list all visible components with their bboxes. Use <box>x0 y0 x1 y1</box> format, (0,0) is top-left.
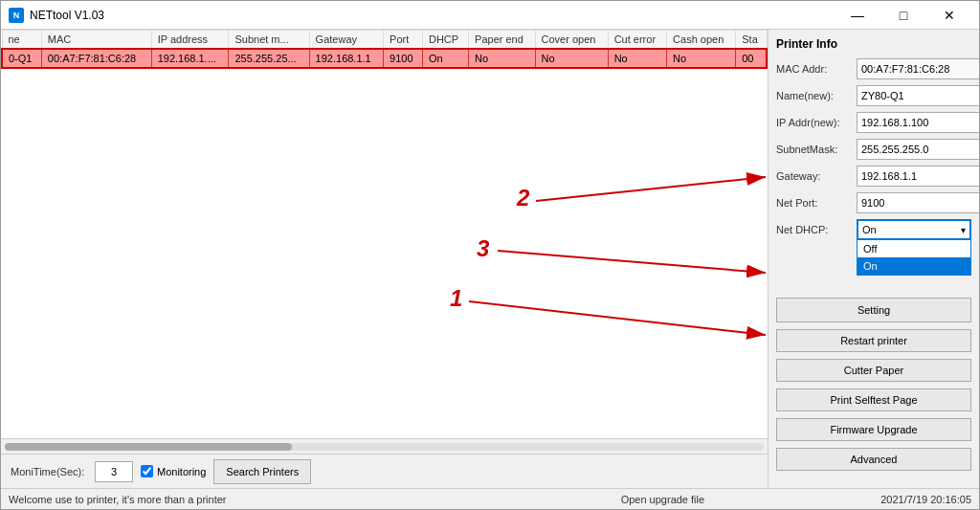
horizontal-scrollbar[interactable] <box>1 438 768 454</box>
status-bar: Welcome use to printer, it's more than a… <box>1 488 979 509</box>
cell-gateway: 192.168.1.1 <box>309 49 383 68</box>
cell-subnet: 255.255.25... <box>229 49 309 68</box>
status-middle: Open upgrade file <box>445 494 881 505</box>
table-row[interactable]: 0-Q1 00:A7:F7:81:C6:28 192.168.1.... 255… <box>2 49 767 68</box>
port-input[interactable] <box>857 192 979 213</box>
col-paper: Paper end <box>469 31 535 50</box>
window-controls: — □ ✕ <box>835 2 971 29</box>
setting-row: Setting <box>776 296 971 322</box>
restart-button[interactable]: Restart printer <box>776 329 971 352</box>
dhcp-option-on[interactable]: On <box>858 257 970 275</box>
port-row: Net Port: <box>776 192 971 213</box>
subnet-label: SubnetMask: <box>776 144 853 155</box>
left-panel: ne MAC IP address Subnet m... Gateway Po… <box>1 30 768 488</box>
name-label: Name(new): <box>776 90 853 101</box>
cell-cash: No <box>667 49 736 68</box>
printer-table: ne MAC IP address Subnet m... Gateway Po… <box>1 30 768 69</box>
main-content: ne MAC IP address Subnet m... Gateway Po… <box>1 30 979 488</box>
printer-info-title: Printer Info <box>776 37 971 51</box>
gateway-row: Gateway: <box>776 166 971 187</box>
cell-ip: 192.168.1.... <box>151 49 229 68</box>
cell-cut: No <box>608 49 666 68</box>
close-button[interactable]: ✕ <box>927 2 971 29</box>
dhcp-dropdown: Off On <box>857 240 971 276</box>
col-dhcp: DHCP <box>422 31 468 50</box>
cell-mac: 00:A7:F7:81:C6:28 <box>41 49 151 68</box>
subnet-row: SubnetMask: <box>776 139 971 160</box>
mac-addr-input <box>857 58 979 79</box>
dhcp-row: Net DHCP: On ▾ Off On <box>776 219 971 240</box>
dhcp-option-off[interactable]: Off <box>858 240 970 257</box>
monitoring-label-text: Monitoring <box>157 466 206 477</box>
dhcp-selected-value: On <box>862 224 961 235</box>
advanced-button[interactable]: Advanced <box>776 448 971 471</box>
gateway-input[interactable] <box>857 166 979 187</box>
col-cash: Cash open <box>667 31 736 50</box>
dhcp-dropdown-arrow[interactable]: ▾ <box>961 225 966 235</box>
name-row: Name(new): <box>776 85 971 106</box>
col-port: Port <box>384 31 423 50</box>
app-icon: N <box>9 8 24 23</box>
printer-table-container[interactable]: ne MAC IP address Subnet m... Gateway Po… <box>1 30 768 438</box>
scrollbar-thumb[interactable] <box>5 443 292 451</box>
name-input[interactable] <box>857 85 979 106</box>
col-status: Sta <box>736 31 767 50</box>
mac-addr-row: MAC Addr: <box>776 58 971 79</box>
selftest-button[interactable]: Print Selftest Page <box>776 388 971 411</box>
cell-name: 0-Q1 <box>2 49 41 68</box>
port-label: Net Port: <box>776 197 853 209</box>
table-header-row: ne MAC IP address Subnet m... Gateway Po… <box>2 31 767 50</box>
main-window: N NETtool V1.03 — □ ✕ ne MAC IP address … <box>0 0 980 510</box>
col-subnet: Subnet m... <box>229 31 309 50</box>
monitoring-checkbox-label: Monitoring <box>141 465 206 477</box>
minimize-button[interactable]: — <box>835 2 880 29</box>
col-ip: IP address <box>151 31 229 50</box>
setting-button[interactable]: Setting <box>776 298 971 322</box>
mac-addr-label: MAC Addr: <box>776 63 853 75</box>
col-mac: MAC <box>41 31 151 50</box>
title-bar: N NETtool V1.03 — □ ✕ <box>1 1 979 30</box>
cell-status: 00 <box>736 49 767 68</box>
window-title: NETtool V1.03 <box>30 9 835 22</box>
scrollbar-track <box>5 443 764 451</box>
ip-input[interactable] <box>857 112 979 133</box>
moni-time-input[interactable] <box>95 461 133 482</box>
bottom-bar: MoniTime(Sec): Monitoring Search Printer… <box>1 454 768 488</box>
cell-cover: No <box>535 49 608 68</box>
col-cover: Cover open <box>535 31 608 50</box>
maximize-button[interactable]: □ <box>881 2 925 29</box>
col-name: ne <box>2 31 41 50</box>
col-cut: Cut error <box>608 31 666 50</box>
right-panel: Printer Info MAC Addr: Name(new): IP Add… <box>768 30 979 488</box>
subnet-input[interactable] <box>857 139 979 160</box>
ip-row: IP Addr(new): <box>776 112 971 133</box>
cell-dhcp: On <box>422 49 468 68</box>
status-left: Welcome use to printer, it's more than a… <box>9 494 445 505</box>
cell-port: 9100 <box>384 49 423 68</box>
cell-paper: No <box>469 49 535 68</box>
gateway-label: Gateway: <box>776 170 853 182</box>
dhcp-select-wrapper: On ▾ Off On <box>857 219 971 240</box>
moni-time-label: MoniTime(Sec): <box>11 466 87 477</box>
monitoring-checkbox[interactable] <box>141 465 153 477</box>
col-gateway: Gateway <box>309 31 383 50</box>
ip-label: IP Addr(new): <box>776 117 853 128</box>
cutter-button[interactable]: Cutter Paper <box>776 359 971 382</box>
dhcp-label: Net DHCP: <box>776 224 853 235</box>
status-right: 2021/7/19 20:16:05 <box>880 494 971 505</box>
search-printers-button[interactable]: Search Printers <box>213 459 311 484</box>
firmware-button[interactable]: Firmware Upgrade <box>776 418 971 441</box>
